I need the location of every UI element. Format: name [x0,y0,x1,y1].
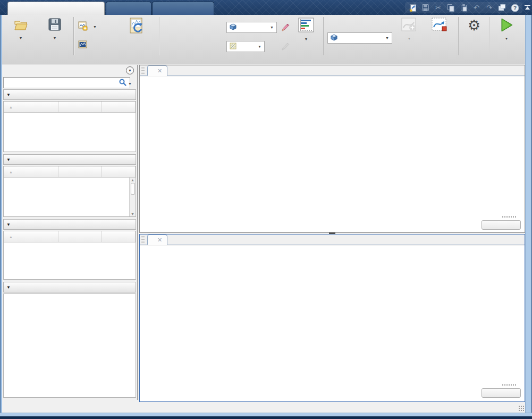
matlab-workspace-table: ▲ [3,101,136,152]
open-session-button[interactable]: ▼ [5,18,36,41]
design-variables-combo[interactable]: ▼ [226,22,277,33]
chevron-down-icon: ▼ [270,26,274,29]
collapse-ribbon-icon[interactable] [523,3,531,12]
plot-tab-strip: ✕ [140,234,525,245]
close-icon[interactable]: ✕ [157,68,162,73]
copy-icon[interactable] [446,3,455,12]
status-bar [2,403,526,413]
section-model-workspace[interactable]: ▼ [3,154,136,165]
app-window: ✂ ↶ ↷ ? ▼ ▼ [0,0,532,419]
uncertain-variables-combo[interactable]: ▼ [226,41,265,52]
svg-text:?: ? [513,5,516,11]
scrollbar[interactable]: ▲ ▼ [129,178,136,216]
section-matlab-workspace[interactable]: ▼ [3,89,136,100]
chevron-down-icon: ▼ [408,35,411,42]
collapse-triangle-icon: ▼ [6,285,11,290]
undo-icon[interactable]: ↶ [472,3,481,12]
table-header[interactable]: ▲ [4,102,136,113]
plot-2-body [140,246,525,401]
resize-grip[interactable] [518,405,524,411]
plot-model-response-button[interactable] [424,18,455,35]
panel-grip[interactable] [141,236,145,243]
plot-model-response-icon [432,18,447,34]
chevron-down-icon: ▼ [258,45,261,48]
section-variable-preview[interactable]: ▼ [3,282,136,292]
chevron-down-icon: ▼ [305,37,308,41]
evaluate-requirements-icon [128,18,145,36]
edit-uncertain-variables-icon [280,41,291,54]
section-data[interactable]: ▼ [3,219,136,230]
table-header[interactable]: ▲ [4,231,136,242]
data-browser-panel: ▼ ▼ ▼ ▲ ▼ ▲ ▲ [2,65,138,400]
hatch-icon [230,43,237,51]
ribbon-tab-strip: ✂ ↶ ↷ ? [0,0,532,15]
select-requirement-button[interactable] [78,40,90,51]
group-caption-optimize [490,56,523,63]
paste-icon[interactable] [459,3,468,12]
cube-icon [230,23,237,32]
search-input[interactable] [3,77,130,88]
ribbon-toolbar: ▼ ▼ ▼ [0,15,532,64]
gear-icon: ⚙ [468,18,480,33]
data-to-plot-combo[interactable]: ▼ [327,32,392,44]
plot-tab-strip: ✕ [140,65,525,76]
collapse-triangle-icon: ▼ [6,222,11,227]
collapse-triangle-icon: ▼ [6,157,11,162]
edit-design-variables-icon[interactable] [280,22,291,35]
scroll-down-icon[interactable]: ▼ [131,212,134,216]
evaluate-requirements-button[interactable] [116,18,156,37]
update-block-button[interactable] [482,388,521,398]
save-icon[interactable] [421,3,430,12]
sort-asc-icon: ▲ [9,235,13,239]
search-icon[interactable] [119,79,126,88]
select-requirement-icon [78,40,88,51]
add-plot-icon [401,18,417,34]
data-table: ▲ [3,231,136,280]
options-button[interactable]: ⚙ [461,18,487,34]
table-header[interactable]: ▲ [4,166,136,178]
cube-icon [331,34,337,43]
help-icon[interactable]: ? [510,3,519,12]
tab-time-plot-2[interactable]: ✕ [147,234,167,245]
sort-asc-icon: ▲ [9,170,13,174]
model-workspace-table: ▲ ▲ ▼ [3,166,136,217]
search-options-icon[interactable]: ▼ [128,82,132,86]
update-block-dashes [502,216,516,217]
floppy-icon [48,18,62,33]
window-frame-left [0,15,2,419]
tab-time-plot-1[interactable]: ✕ [147,65,167,76]
new-requirement-button[interactable]: ▼ [78,21,97,32]
sensitivity-analysis-button[interactable]: ▼ [290,18,322,43]
window-frame-bottom [0,413,532,416]
time-plot-2-panel: ✕ [139,234,525,402]
update-block-button[interactable] [482,220,521,230]
windows-icon[interactable] [497,3,506,12]
chevron-down-icon: ▼ [93,25,97,29]
cut-icon[interactable]: ✂ [434,3,443,12]
redo-icon[interactable]: ↷ [485,3,494,12]
chevron-down-icon: ▼ [53,36,57,40]
sensitivity-analysis-icon [298,18,314,34]
new-report-icon[interactable] [408,3,417,12]
scroll-thumb[interactable] [131,183,135,195]
group-caption-file [5,56,73,63]
group-caption-plots [324,56,458,63]
save-session-button[interactable]: ▼ [39,18,70,41]
collapse-triangle-icon: ▼ [6,93,11,97]
tab-view[interactable] [152,2,214,15]
tab-time-plot[interactable] [106,2,151,15]
window-frame-right [525,15,532,419]
panel-menu-icon[interactable]: ▼ [126,66,134,74]
quick-access-toolbar: ✂ ↶ ↷ ? [405,2,522,13]
optimize-button[interactable]: ▼ [492,18,521,42]
group-caption-variables [159,56,323,63]
close-icon[interactable]: ✕ [157,237,162,242]
panel-grip[interactable] [141,67,145,74]
chevron-down-icon: ▼ [19,36,23,40]
update-block-dashes [502,384,516,386]
tab-response-optimization[interactable] [7,2,105,15]
scroll-up-icon[interactable]: ▲ [131,178,134,182]
time-plot-1-panel: ✕ [139,65,525,233]
play-icon [499,18,514,34]
chevron-down-icon: ▼ [505,35,509,42]
